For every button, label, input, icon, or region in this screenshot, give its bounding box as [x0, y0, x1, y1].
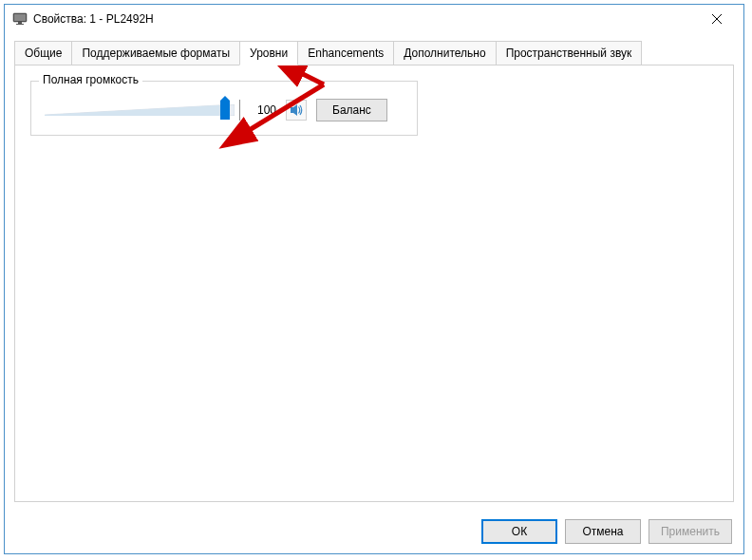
properties-dialog: Свойства: 1 - PL2492H Общие Поддерживаем… — [4, 4, 744, 554]
apply-button[interactable]: Применить — [649, 519, 732, 544]
speaker-icon — [289, 103, 304, 118]
svg-rect-2 — [18, 22, 22, 24]
tab-supported-formats[interactable]: Поддерживаемые форматы — [71, 41, 240, 65]
slider-max-tick — [239, 100, 240, 121]
tab-strip: Общие Поддерживаемые форматы Уровни Enha… — [14, 41, 734, 65]
volume-value: 100 — [244, 103, 276, 117]
slider-track-bg — [45, 104, 235, 116]
tab-general[interactable]: Общие — [14, 41, 72, 65]
dialog-button-row: ОК Отмена Применить — [5, 510, 743, 553]
ok-button[interactable]: ОК — [481, 519, 557, 544]
balance-button[interactable]: Баланс — [316, 99, 387, 121]
volume-slider-thumb[interactable] — [220, 101, 230, 120]
close-button[interactable] — [698, 6, 736, 32]
volume-fieldset: Полная громкость 100 — [30, 81, 418, 136]
window-title: Свойства: 1 - PL2492H — [33, 12, 698, 26]
tab-levels[interactable]: Уровни — [239, 41, 298, 65]
svg-marker-10 — [45, 105, 225, 116]
volume-row: 100 Баланс — [45, 99, 404, 121]
svg-rect-3 — [16, 24, 24, 25]
mute-button[interactable] — [286, 100, 307, 121]
volume-legend: Полная громкость — [39, 73, 142, 86]
tab-content-levels: Полная громкость 100 — [14, 65, 734, 502]
tab-advanced[interactable]: Дополнительно — [393, 41, 496, 65]
svg-marker-11 — [291, 104, 297, 116]
content-area: Общие Поддерживаемые форматы Уровни Enha… — [5, 33, 743, 510]
svg-rect-1 — [14, 14, 26, 21]
monitor-icon — [12, 11, 28, 27]
tab-enhancements[interactable]: Enhancements — [297, 41, 394, 65]
cancel-button[interactable]: Отмена — [565, 519, 641, 544]
volume-slider[interactable] — [45, 99, 235, 121]
titlebar: Свойства: 1 - PL2492H — [5, 5, 743, 33]
tab-spatial-sound[interactable]: Пространственный звук — [496, 41, 643, 65]
close-icon — [712, 14, 722, 24]
